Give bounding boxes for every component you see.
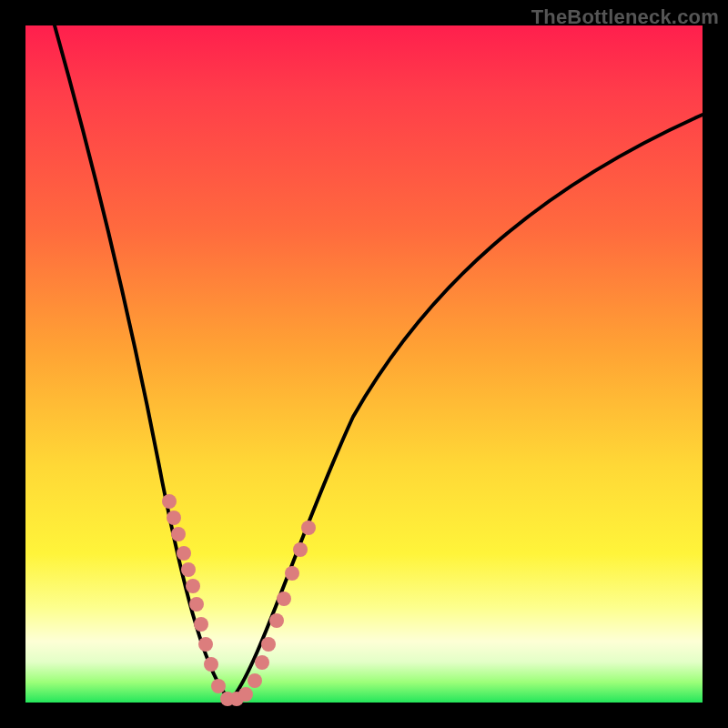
curve-marker	[255, 655, 269, 670]
curve-marker	[198, 637, 213, 652]
curve-marker	[269, 613, 284, 628]
curve-marker	[171, 527, 186, 541]
curve-marker	[261, 637, 276, 652]
curve-marker	[285, 566, 299, 581]
curve-marker	[238, 687, 253, 702]
curve-marker	[181, 562, 196, 577]
curve-marker	[189, 597, 204, 612]
curve-marker	[194, 617, 208, 632]
curve-marker	[211, 679, 226, 693]
curve-marker	[186, 579, 200, 593]
curve-marker	[277, 592, 291, 606]
curve-marker	[177, 546, 191, 561]
curve-marker	[204, 657, 218, 672]
plot-overlay	[25, 25, 703, 703]
marker-group	[162, 494, 316, 706]
bottleneck-curve	[55, 25, 703, 701]
curve-marker	[293, 542, 308, 557]
curve-marker	[301, 521, 316, 535]
curve-marker	[162, 494, 177, 509]
curve-marker	[167, 511, 181, 525]
curve-marker	[248, 673, 262, 688]
chart-root: TheBottleneck.com	[0, 0, 728, 728]
